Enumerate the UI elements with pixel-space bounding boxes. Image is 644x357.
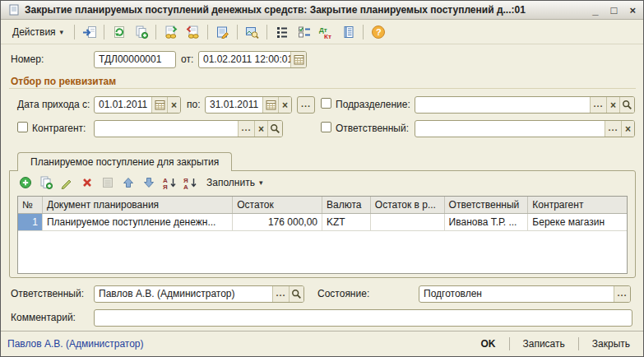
table-row[interactable]: 1 Планируемое поступление денежн... 176 …	[18, 214, 627, 231]
journal-edit-button[interactable]	[212, 23, 233, 42]
select-button[interactable]: ...	[590, 97, 606, 113]
department-field[interactable]: ... ×	[415, 96, 635, 114]
responsible-filter-field[interactable]: ... ×	[415, 120, 635, 137]
clear-button[interactable]: ×	[254, 121, 267, 137]
balance-cell[interactable]: 176 000,00	[233, 214, 322, 230]
counterparty-value[interactable]	[95, 121, 238, 137]
debit-credit-icon: ДтКт	[318, 26, 335, 39]
date-ellipsis-button[interactable]: ...	[297, 96, 315, 114]
copy-row-button[interactable]	[37, 174, 54, 191]
add-row-button[interactable]	[16, 174, 34, 191]
edit-row-button[interactable]	[58, 174, 75, 191]
svg-text:?: ?	[376, 27, 382, 37]
copy-row-icon	[39, 176, 53, 189]
title-bar: Закрытие планируемых поступлений денежны…	[1, 1, 643, 20]
responsible-cell[interactable]: Иванова Т.Р. ...	[445, 214, 529, 230]
post-icon	[164, 26, 178, 39]
post-button[interactable]	[160, 23, 181, 42]
tab-planned-receipt[interactable]: Планируемое поступление для закрытия	[17, 152, 232, 171]
document-window: Закрытие планируемых поступлений денежны…	[0, 0, 644, 357]
department-checkbox[interactable]	[321, 98, 331, 109]
select-button[interactable]: ...	[614, 286, 630, 302]
move-down-button[interactable]	[140, 174, 157, 191]
toolbar-separator	[266, 25, 267, 39]
state-field[interactable]: Подготовлен ...	[419, 285, 631, 303]
maximize-button[interactable]: □	[611, 5, 618, 16]
calendar-button[interactable]	[290, 52, 306, 67]
table-header-row: № Документ планирования Остаток Валюта О…	[18, 197, 627, 214]
row-number-cell[interactable]: 1	[18, 214, 43, 230]
toolbar-separator	[155, 25, 156, 39]
select-button[interactable]: ...	[605, 121, 621, 137]
responsible-filter-value[interactable]	[415, 121, 605, 137]
toolbar-separator	[207, 25, 208, 39]
select-button[interactable]: ...	[272, 286, 289, 302]
state-value[interactable]: Подготовлен	[419, 286, 614, 302]
date-from-value[interactable]: 01.01.2011	[95, 97, 151, 113]
number-field[interactable]: ТДЛ00000001	[94, 51, 176, 68]
sort-desc-icon: ЯА	[183, 176, 197, 189]
date-from-field[interactable]: 01.01.2011 ×	[94, 96, 181, 114]
journal-edit-icon	[216, 26, 229, 39]
clear-button[interactable]: ×	[606, 97, 619, 113]
lookup-button[interactable]	[267, 121, 282, 137]
number-value[interactable]: ТДЛ00000001	[95, 52, 175, 67]
debit-credit-button[interactable]: ДтКт	[316, 23, 336, 42]
counterparty-field[interactable]: ... ×	[94, 120, 283, 137]
minimize-button[interactable]: _	[592, 5, 598, 16]
datetime-field[interactable]: 01.02.2011 12:00:01	[198, 51, 307, 68]
responsible-field[interactable]: Павлов А.В. (Администратор) ...	[94, 285, 304, 303]
delete-row-button[interactable]	[78, 174, 95, 191]
close-form-button[interactable]: Закрыть	[586, 336, 637, 351]
refresh-button[interactable]	[109, 23, 129, 42]
from-label: от:	[181, 53, 193, 65]
clear-button[interactable]: ×	[278, 97, 291, 113]
currency-cell[interactable]: KZT	[322, 214, 371, 230]
clear-button[interactable]: ×	[621, 121, 634, 137]
svg-text:Я: Я	[163, 183, 168, 189]
ok-button[interactable]: OK	[475, 336, 503, 351]
comment-field[interactable]	[94, 309, 632, 327]
end-edit-button[interactable]	[99, 174, 116, 191]
statusbar-separator	[509, 337, 510, 350]
close-button[interactable]: ×	[629, 5, 636, 16]
select-button[interactable]: ...	[238, 121, 254, 137]
unpost-button[interactable]	[183, 23, 203, 42]
responsible-filter-checkbox[interactable]	[321, 122, 331, 132]
delete-icon	[81, 176, 94, 189]
counterparty-label: Контрагент:	[32, 123, 86, 134]
sort-desc-button[interactable]: ЯА	[181, 174, 198, 191]
report-button[interactable]	[338, 23, 359, 42]
number-label: Номер:	[11, 53, 44, 65]
calendar-button[interactable]	[151, 97, 167, 113]
lookup-button[interactable]	[619, 97, 634, 113]
move-up-button[interactable]	[119, 174, 137, 191]
write-button[interactable]: Записать	[517, 336, 572, 351]
actions-menu-button[interactable]: Действия ▾	[6, 24, 70, 40]
checklist-button[interactable]	[294, 23, 314, 42]
datetime-value[interactable]: 01.02.2011 12:00:01	[199, 52, 290, 67]
preview-button[interactable]	[242, 23, 262, 42]
structure-button[interactable]	[271, 23, 292, 42]
department-label: Подразделение:	[336, 99, 410, 110]
fill-menu-button[interactable]: Заполнить ▾	[202, 175, 267, 190]
sort-asc-button[interactable]: АЯ	[160, 174, 178, 191]
copy-button[interactable]	[131, 23, 151, 42]
calendar-icon	[155, 100, 165, 110]
date-to-field[interactable]: 31.01.2011 ×	[205, 96, 292, 114]
counterparty-checkbox[interactable]	[17, 122, 28, 132]
save-button[interactable]	[79, 23, 100, 42]
comment-value[interactable]	[95, 310, 632, 326]
clear-button[interactable]: ×	[167, 97, 180, 113]
help-button[interactable]: ?	[368, 23, 388, 42]
department-value[interactable]	[415, 97, 590, 113]
lookup-button[interactable]	[289, 286, 303, 302]
calendar-button[interactable]	[262, 97, 278, 113]
copy-add-icon	[135, 26, 148, 39]
report-icon	[342, 26, 355, 39]
doc-cell[interactable]: Планируемое поступление денежн...	[43, 214, 233, 230]
responsible-value[interactable]: Павлов А.В. (Администратор)	[95, 286, 272, 302]
counterparty-cell[interactable]: Береке магазин	[528, 214, 627, 230]
date-to-value[interactable]: 31.01.2011	[206, 97, 262, 113]
balance-reg-cell[interactable]	[371, 214, 445, 230]
